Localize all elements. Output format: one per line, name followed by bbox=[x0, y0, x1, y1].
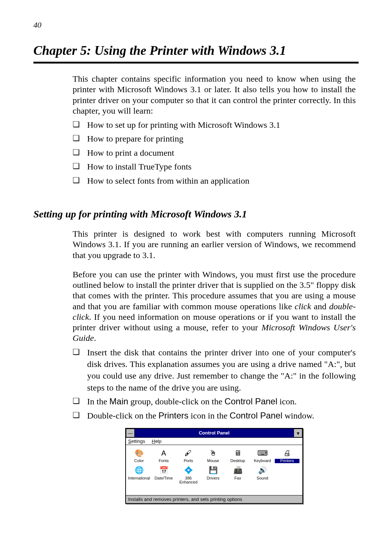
list-item: How to select fonts from within an appli… bbox=[73, 175, 356, 187]
section-paragraph-2: Before you can use the printer with Wind… bbox=[73, 269, 356, 344]
cp-item-label: Fonts bbox=[151, 459, 176, 463]
cp-item-label: Sound bbox=[250, 476, 275, 481]
cp-item-color[interactable]: 🎨Color bbox=[127, 447, 151, 465]
cp-item-label: International bbox=[127, 476, 151, 481]
cp-item-mouse[interactable]: 🖱Mouse bbox=[201, 447, 225, 465]
cp-item-label: Desktop bbox=[225, 459, 250, 463]
icon-grid: 🎨ColorAFonts🖋Ports🖱Mouse🖥Desktop⌨Keyboar… bbox=[127, 447, 302, 486]
window-title: Control Panel bbox=[135, 429, 294, 437]
list-item: In the Main group, double-click on the C… bbox=[73, 396, 356, 407]
cp-item-fonts[interactable]: AFonts bbox=[151, 447, 176, 465]
international-icon: 🌐 bbox=[133, 465, 145, 476]
list-item: Double-click on the Printers icon in the… bbox=[73, 410, 356, 421]
section-paragraph-1: This printer is designed to work best wi… bbox=[73, 229, 356, 261]
cp-item-ports[interactable]: 🖋Ports bbox=[176, 447, 201, 465]
printers-icon: 🖨 bbox=[281, 448, 293, 458]
cp-item-fax[interactable]: 📠Fax bbox=[225, 465, 250, 486]
page-number: 40 bbox=[33, 20, 359, 30]
fax-icon: 📠 bbox=[232, 465, 244, 476]
cp-item-international[interactable]: 🌐International bbox=[127, 465, 151, 486]
cp-item-label: Drivers bbox=[201, 476, 225, 481]
fonts-icon: A bbox=[158, 448, 170, 458]
steps-list: Insert the disk that contains the printe… bbox=[73, 347, 356, 421]
drivers-icon: 💾 bbox=[207, 465, 219, 476]
date-time-icon: 📅 bbox=[158, 465, 170, 476]
list-item: How to prepare for printing bbox=[73, 133, 356, 144]
cp-item-label: Date/Time bbox=[151, 476, 176, 481]
cp-item-printers[interactable]: 🖨Printers bbox=[275, 447, 299, 465]
ports-icon: 🖋 bbox=[182, 448, 195, 458]
menu-bar: Settings Help bbox=[126, 438, 302, 445]
cp-item-386-enhanced[interactable]: 💠386 Enhanced bbox=[176, 465, 201, 486]
intro-paragraph: This chapter contains specific informati… bbox=[73, 74, 356, 116]
cp-item-sound[interactable]: 🔊Sound bbox=[250, 465, 275, 486]
cp-item-label: Mouse bbox=[201, 459, 225, 463]
cp-item-label: Keyboard bbox=[250, 459, 275, 463]
cp-item-label: 386 Enhanced bbox=[176, 476, 201, 485]
control-panel-window: — Control Panel ▾ Settings Help 🎨ColorAF… bbox=[125, 428, 303, 504]
list-item: How to install TrueType fonts bbox=[73, 161, 356, 172]
sound-icon: 🔊 bbox=[256, 465, 269, 476]
minimize-button[interactable]: ▾ bbox=[294, 429, 302, 437]
cp-item-label: Printers bbox=[275, 459, 299, 463]
cp-item-label: Color bbox=[127, 459, 151, 463]
cp-item-date-time[interactable]: 📅Date/Time bbox=[151, 465, 176, 486]
cp-item-drivers[interactable]: 💾Drivers bbox=[201, 465, 225, 486]
system-menu-button[interactable]: — bbox=[126, 429, 135, 437]
section-heading: Setting up for printing with Microsoft W… bbox=[33, 208, 359, 220]
cp-item-keyboard[interactable]: ⌨Keyboard bbox=[250, 447, 275, 465]
chapter-title: Chapter 5: Using the Printer with Window… bbox=[33, 43, 359, 64]
intro-bullet-list: How to set up for printing with Microsof… bbox=[73, 119, 356, 187]
cp-item-label: Ports bbox=[176, 459, 201, 463]
desktop-icon: 🖥 bbox=[232, 448, 244, 458]
status-bar: Installs and removes printers, and sets … bbox=[126, 495, 302, 503]
mouse-icon: 🖱 bbox=[207, 448, 219, 458]
keyboard-icon: ⌨ bbox=[256, 448, 269, 458]
386-enhanced-icon: 💠 bbox=[182, 465, 195, 476]
menu-help[interactable]: Help bbox=[152, 438, 162, 444]
list-item: Insert the disk that contains the printe… bbox=[73, 347, 356, 394]
list-item: How to print a document bbox=[73, 147, 356, 159]
titlebar: — Control Panel ▾ bbox=[126, 429, 302, 438]
cp-item-label: Fax bbox=[225, 476, 250, 481]
menu-settings[interactable]: Settings bbox=[128, 438, 145, 444]
color-icon: 🎨 bbox=[133, 448, 145, 458]
cp-item-desktop[interactable]: 🖥Desktop bbox=[225, 447, 250, 465]
list-item: How to set up for printing with Microsof… bbox=[73, 119, 356, 131]
